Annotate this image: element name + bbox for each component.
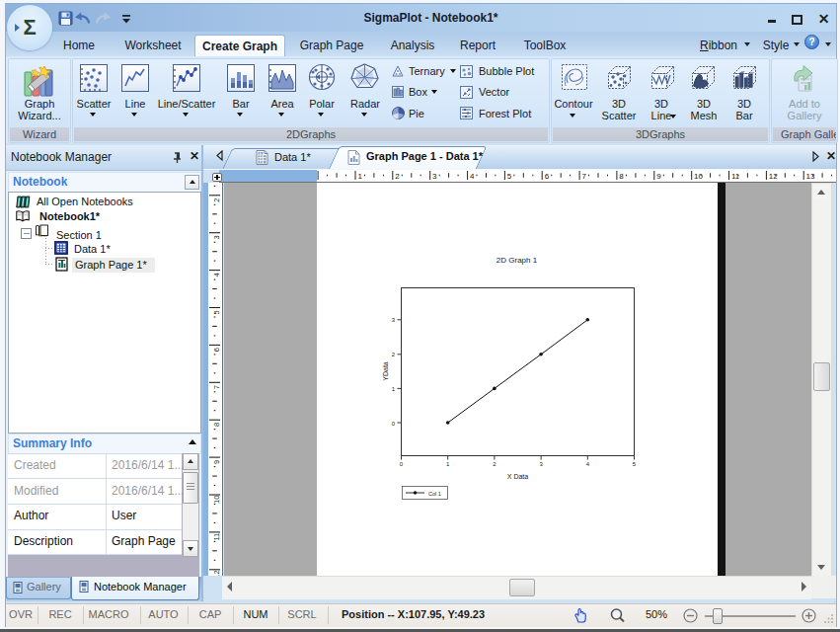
svg-text:4: 4 [470, 172, 475, 181]
svg-text:0: 0 [392, 421, 396, 427]
svg-text:7: 7 [212, 385, 221, 389]
svg-text:X Data: X Data [507, 473, 529, 480]
svg-text:7: 7 [582, 172, 587, 181]
svg-text:2: 2 [395, 172, 400, 181]
svg-text:2D Graph 1: 2D Graph 1 [496, 256, 538, 265]
svg-text:8: 8 [619, 172, 624, 181]
svg-text:5: 5 [212, 310, 221, 314]
svg-text:9: 9 [212, 460, 221, 464]
svg-text:4: 4 [212, 273, 221, 276]
svg-text:8: 8 [212, 423, 221, 427]
svg-text:3: 3 [539, 461, 543, 467]
svg-text:5: 5 [507, 172, 512, 181]
svg-text:3: 3 [392, 317, 396, 323]
svg-text:13: 13 [806, 172, 815, 181]
svg-text:1: 1 [446, 461, 450, 467]
svg-text:1: 1 [392, 386, 396, 392]
svg-text:1: 1 [357, 172, 362, 181]
svg-text:12: 12 [769, 172, 778, 181]
svg-text:11: 11 [212, 533, 221, 541]
svg-text:6: 6 [212, 348, 221, 352]
svg-text:3: 3 [212, 235, 221, 239]
svg-text:YData: YData [382, 361, 389, 381]
svg-text:3: 3 [432, 172, 437, 181]
svg-text:11: 11 [731, 172, 740, 181]
svg-text:10: 10 [694, 172, 703, 181]
svg-text:2: 2 [212, 198, 221, 202]
svg-text:0: 0 [400, 461, 404, 467]
svg-text:Col 1: Col 1 [428, 491, 441, 497]
svg-text:6: 6 [545, 172, 550, 181]
svg-text:2: 2 [392, 352, 396, 357]
svg-text:10: 10 [212, 496, 221, 504]
svg-text:5: 5 [633, 461, 637, 467]
svg-text:2: 2 [493, 461, 496, 467]
svg-text:12: 12 [212, 570, 221, 576]
svg-text:9: 9 [656, 172, 661, 181]
svg-text:4: 4 [586, 461, 590, 467]
